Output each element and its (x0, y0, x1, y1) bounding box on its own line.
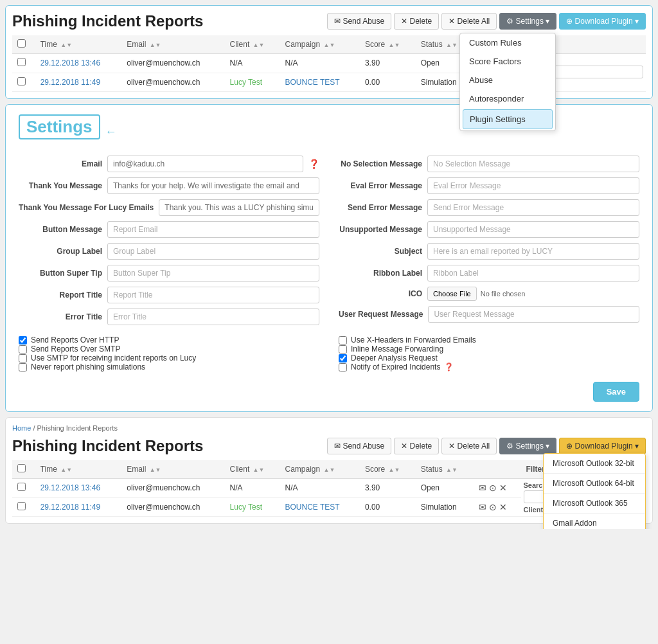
button-message-label: Button Message (19, 225, 102, 234)
row2-client[interactable]: Lucy Test (230, 78, 262, 87)
breadcrumb-home[interactable]: Home (12, 424, 31, 432)
breadcrumb-current: Phishing Incident Reports (37, 424, 118, 432)
ico-label: ICO (339, 289, 422, 298)
email-label: Email (19, 159, 102, 168)
send-http-label: Send Reports Over HTTP (31, 335, 119, 344)
send-abuse-button[interactable]: ✉ Send Abuse (327, 13, 391, 30)
use-smtp-checkbox[interactable] (19, 354, 27, 362)
p2-email-icon2[interactable]: ✉ (479, 502, 486, 512)
p2-row1-time[interactable]: 29.12.2018 13:46 (40, 483, 100, 492)
thank-you-input[interactable] (107, 177, 319, 194)
settings-title: Settings (19, 114, 100, 139)
subject-input[interactable] (427, 243, 639, 260)
row1-campaign: N/A (280, 54, 359, 73)
p2-col-client: Client ▲▼ (225, 460, 280, 479)
row2-time[interactable]: 29.12.2018 11:49 (40, 78, 100, 87)
send-error-input[interactable] (427, 199, 639, 216)
p2-select-all-checkbox[interactable] (17, 464, 26, 472)
row1-time[interactable]: 29.12.2018 13:46 (40, 58, 100, 67)
dropdown-custom-rules[interactable]: Custom Rules (460, 33, 555, 52)
p2-row2-checkbox[interactable] (17, 502, 26, 510)
panel2-title: Phishing Incident Reports (12, 437, 203, 455)
dropdown-plugin-settings[interactable]: Plugin Settings (463, 109, 553, 129)
thank-you-lucy-input[interactable] (159, 199, 319, 216)
group-label-input[interactable] (107, 243, 319, 260)
p2-row2-time[interactable]: 29.12.2018 11:49 (40, 503, 100, 512)
settings-panel: Settings ← Email ❓ Thank You Message Tha… (5, 104, 653, 412)
delete-all-button[interactable]: ✕ Delete All (441, 13, 497, 30)
p2-row2-email: oliver@muenchow.ch (121, 497, 224, 517)
col-score: Score ▲▼ (360, 35, 416, 54)
p2-row1-campaign: N/A (280, 479, 359, 498)
dropdown-autoresponder[interactable]: Autoresponder (460, 89, 555, 108)
row1-score: 3.90 (360, 54, 416, 73)
save-button[interactable]: Save (593, 382, 639, 402)
download-outlook64[interactable]: Microsoft Outlook 64-bit (544, 474, 645, 494)
dropdown-score-factors[interactable]: Score Factors (460, 52, 555, 71)
use-xheaders-checkbox[interactable] (339, 336, 347, 344)
download-outlook365[interactable]: Microsoft Outlook 365 (544, 494, 645, 514)
dropdown-abuse[interactable]: Abuse (460, 71, 555, 89)
deeper-analysis-label: Deeper Analysis Request (351, 353, 438, 362)
download-outlook32[interactable]: Microsoft Outlook 32-bit (544, 454, 645, 474)
p2-close-icon2[interactable]: ✕ (499, 502, 507, 512)
p2-row1-checkbox[interactable] (17, 483, 26, 491)
p2-row1-email: oliver@muenchow.ch (121, 479, 224, 498)
col-client: Client ▲▼ (225, 35, 280, 54)
p2-send-abuse-button[interactable]: ✉ Send Abuse (327, 438, 391, 454)
never-report-checkbox[interactable] (19, 363, 27, 371)
download-gmail[interactable]: Gmail Addon (544, 514, 645, 529)
settings-dropdown: Custom Rules Score Factors Abuse Autores… (459, 33, 556, 131)
col-time: Time ▲▼ (35, 35, 122, 54)
p2-col-status: Status ▲▼ (416, 460, 474, 479)
p2-settings-button[interactable]: ⚙ Settings ▾ (499, 438, 556, 454)
notify-expired-label: Notify of Expired Incidents (351, 362, 440, 371)
p2-download-plugin-button[interactable]: ⊕ Download Plugin ▾ (559, 438, 646, 454)
p2-row2-status: Simulation (416, 497, 474, 517)
breadcrumb: Home / Phishing Incident Reports (12, 424, 646, 432)
deeper-analysis-checkbox[interactable] (339, 354, 347, 362)
help-icon[interactable]: ❓ (308, 159, 319, 169)
p2-delete-button[interactable]: ✕ Delete (394, 438, 439, 454)
select-all-checkbox[interactable] (17, 39, 26, 48)
error-title-input[interactable] (107, 309, 319, 325)
group-label-label: Group Label (19, 247, 102, 256)
download-plugin-button[interactable]: ⊕ Download Plugin ▾ (559, 13, 646, 30)
user-request-label: User Request Message (339, 310, 423, 319)
notify-expired-checkbox[interactable] (339, 363, 347, 371)
send-smtp-label: Send Reports Over SMTP (31, 344, 120, 353)
row2-campaign[interactable]: BOUNCE TEST (285, 78, 339, 87)
never-report-label: Never report phishing simulations (31, 362, 145, 371)
notify-help-icon[interactable]: ❓ (444, 362, 454, 371)
p2-col-email: Email ▲▼ (121, 460, 224, 479)
delete-button[interactable]: ✕ Delete (394, 13, 439, 30)
p2-delete-all-button[interactable]: ✕ Delete All (441, 438, 497, 454)
p2-row2-campaign[interactable]: BOUNCE TEST (285, 503, 339, 512)
row2-email: oliver@muenchow.ch (121, 73, 224, 92)
choose-file-button[interactable]: Choose File (427, 287, 477, 301)
thank-you-label: Thank You Message (19, 181, 102, 190)
p2-target-icon2[interactable]: ⊙ (489, 502, 497, 512)
email-input[interactable] (107, 156, 303, 172)
ribbon-label-label: Ribbon Label (339, 269, 422, 278)
unsupported-input[interactable] (427, 221, 639, 238)
row2-checkbox[interactable] (17, 77, 26, 85)
button-message-input[interactable] (107, 221, 319, 238)
p2-email-icon[interactable]: ✉ (479, 483, 486, 493)
button-super-tip-input[interactable] (107, 265, 319, 282)
p2-close-icon[interactable]: ✕ (499, 483, 507, 493)
p2-target-icon[interactable]: ⊙ (489, 483, 497, 493)
ribbon-label-input[interactable] (427, 265, 639, 282)
inline-forwarding-checkbox[interactable] (339, 345, 347, 353)
send-http-checkbox[interactable] (19, 336, 27, 344)
row1-checkbox[interactable] (17, 58, 26, 66)
report-title-input[interactable] (107, 287, 319, 303)
user-request-input[interactable] (428, 306, 639, 323)
thank-you-lucy-label: Thank You Message For Lucy Emails (19, 203, 154, 212)
settings-button[interactable]: ⚙ Settings ▾ (499, 13, 556, 30)
no-selection-input[interactable] (427, 156, 639, 172)
send-smtp-checkbox[interactable] (19, 345, 27, 353)
eval-error-input[interactable] (427, 177, 639, 194)
use-xheaders-label: Use X-Headers in Forwarded Emails (351, 335, 476, 344)
p2-row2-client[interactable]: Lucy Test (230, 503, 262, 512)
